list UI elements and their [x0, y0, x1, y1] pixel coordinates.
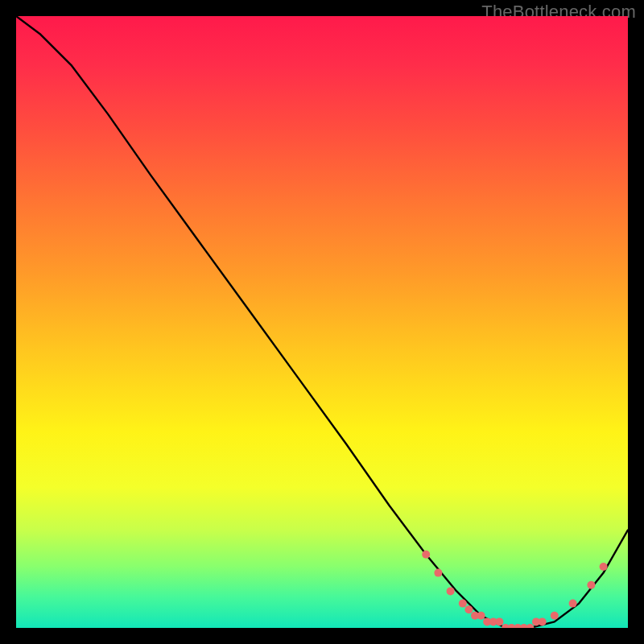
marker-dot: [587, 581, 595, 589]
marker-dot: [495, 617, 503, 625]
marker-dot: [539, 617, 547, 625]
marker-dot: [551, 612, 559, 620]
marker-dot: [447, 587, 455, 595]
marker-dot: [459, 600, 467, 608]
marker-dot: [600, 563, 608, 571]
marker-dot: [464, 605, 473, 613]
marker-dot: [569, 600, 577, 608]
marker-dot: [477, 612, 485, 620]
gradient-background: [16, 16, 628, 628]
plot-area: [16, 16, 628, 628]
bottleneck-chart: [16, 16, 628, 628]
marker-dot: [422, 551, 430, 559]
chart-frame: TheBottleneck.com: [0, 0, 644, 644]
marker-dot: [434, 569, 442, 577]
